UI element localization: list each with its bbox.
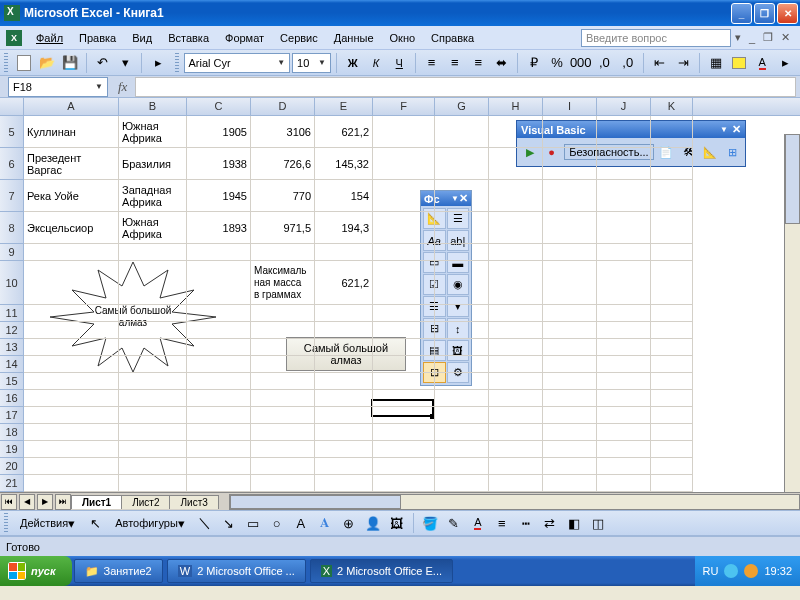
font-name-select[interactable]: Arial Cyr▼ [184,53,291,73]
row-header-15[interactable]: 15 [0,373,24,390]
borders-icon[interactable]: ▦ [705,52,726,74]
cell-I6[interactable] [543,148,597,180]
cell-H10[interactable] [489,261,543,305]
cell-E19[interactable] [315,441,373,458]
wordart-icon[interactable]: 𝐀 [314,512,336,534]
cell-A18[interactable] [24,424,119,441]
cell-I5[interactable] [543,116,597,148]
cell-C5[interactable]: 1905 [187,116,251,148]
arrow-style-icon[interactable]: ⇄ [539,512,561,534]
align-left-icon[interactable]: ≡ [421,52,442,74]
cell-H16[interactable] [489,390,543,407]
cell-K8[interactable] [651,212,693,244]
cell-B10[interactable] [119,261,187,305]
cell-K13[interactable] [651,339,693,356]
cell-G12[interactable] [435,322,489,339]
merge-center-icon[interactable]: ⬌ [491,52,512,74]
cell-H12[interactable] [489,322,543,339]
sheet-tab-2[interactable]: Лист2 [121,495,170,509]
cell-G13[interactable] [435,339,489,356]
horizontal-scrollbar[interactable] [229,494,800,510]
taskbar-item-word[interactable]: W2 Microsoft Office ... [167,559,306,583]
font-color-icon[interactable]: А [752,52,773,74]
cell-B20[interactable] [119,458,187,475]
cell-I14[interactable] [543,356,597,373]
comma-icon[interactable]: 000 [570,52,592,74]
cell-F10[interactable] [373,261,435,305]
cell-B7[interactable]: Западная Африка [119,180,187,212]
cell-B14[interactable] [119,356,187,373]
dash-style-icon[interactable]: ┅ [515,512,537,534]
line-style-icon[interactable]: ≡ [491,512,513,534]
col-header-J[interactable]: J [597,98,651,115]
cell-C14[interactable] [187,356,251,373]
cell-J19[interactable] [597,441,651,458]
name-box[interactable]: F18▼ [8,77,108,97]
cell-I16[interactable] [543,390,597,407]
cell-J10[interactable] [597,261,651,305]
cell-I13[interactable] [543,339,597,356]
font-color-draw-icon[interactable]: А [467,512,489,534]
cell-I15[interactable] [543,373,597,390]
tray-icon-2[interactable] [744,564,758,578]
cell-K7[interactable] [651,180,693,212]
start-button[interactable]: пуск [0,556,72,586]
cell-J9[interactable] [597,244,651,261]
cell-G18[interactable] [435,424,489,441]
decrease-decimal-icon[interactable]: ,0 [617,52,638,74]
cell-J7[interactable] [597,180,651,212]
bold-icon[interactable]: Ж [342,52,363,74]
cell-F7[interactable] [373,180,435,212]
cell-C8[interactable]: 1893 [187,212,251,244]
row-header-5[interactable]: 5 [0,116,24,148]
row-header-14[interactable]: 14 [0,356,24,373]
cell-H5[interactable] [489,116,543,148]
cell-D10[interactable]: Максималь ная масса в граммах [251,261,315,305]
cell-F19[interactable] [373,441,435,458]
col-header-E[interactable]: E [315,98,373,115]
cell-B12[interactable] [119,322,187,339]
cell-G21[interactable] [435,475,489,492]
clock[interactable]: 19:32 [764,565,792,577]
row-header-8[interactable]: 8 [0,212,24,244]
row-header-17[interactable]: 17 [0,407,24,424]
cell-C12[interactable] [187,322,251,339]
cell-D19[interactable] [251,441,315,458]
cell-K14[interactable] [651,356,693,373]
cell-H18[interactable] [489,424,543,441]
cell-J20[interactable] [597,458,651,475]
cell-G10[interactable] [435,261,489,305]
cell-K21[interactable] [651,475,693,492]
col-header-B[interactable]: B [119,98,187,115]
formula-input[interactable] [135,77,796,97]
cell-I20[interactable] [543,458,597,475]
cell-J14[interactable] [597,356,651,373]
cell-I7[interactable] [543,180,597,212]
cell-A19[interactable] [24,441,119,458]
cell-F9[interactable] [373,244,435,261]
col-header-H[interactable]: H [489,98,543,115]
row-header-12[interactable]: 12 [0,322,24,339]
mdi-restore[interactable]: ❐ [759,31,777,44]
col-header-K[interactable]: K [651,98,693,115]
cell-E21[interactable] [315,475,373,492]
cell-B8[interactable]: Южная Африка [119,212,187,244]
cell-B11[interactable] [119,305,187,322]
cell-E5[interactable]: 621,2 [315,116,373,148]
row-header-18[interactable]: 18 [0,424,24,441]
cell-K12[interactable] [651,322,693,339]
cell-A6[interactable]: Презедент Варгас [24,148,119,180]
toolbar-options-2-icon[interactable]: ▸ [775,52,796,74]
cell-C13[interactable] [187,339,251,356]
select-objects-icon[interactable]: ↖ [84,512,106,534]
cell-E12[interactable] [315,322,373,339]
cell-G11[interactable] [435,305,489,322]
menu-format[interactable]: Формат [217,29,272,47]
fill-color-icon[interactable] [728,52,749,74]
grid-body[interactable]: Самый большой алмаз Самый большой алмаз … [0,116,800,492]
menu-data[interactable]: Данные [326,29,382,47]
cell-B18[interactable] [119,424,187,441]
cell-F8[interactable] [373,212,435,244]
cell-J5[interactable] [597,116,651,148]
cell-J13[interactable] [597,339,651,356]
